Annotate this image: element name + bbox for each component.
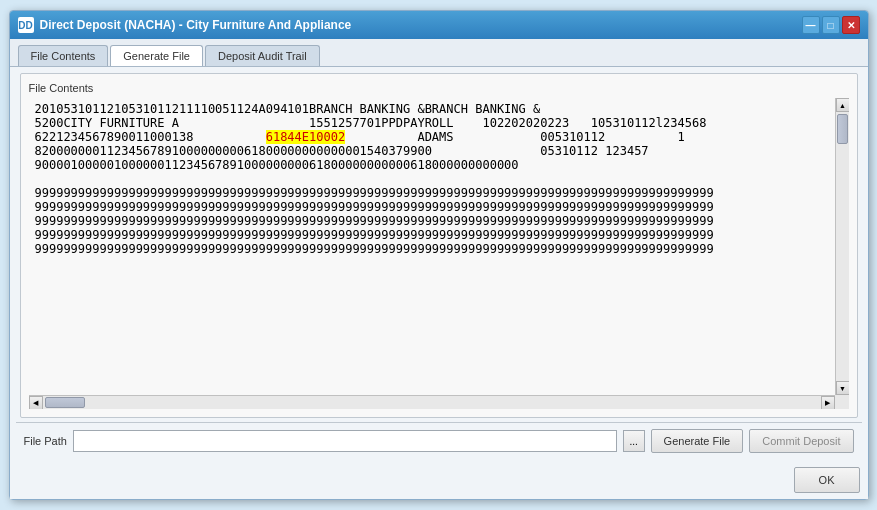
highlighted-value: 61844E10002: [266, 130, 345, 144]
close-button[interactable]: ✕: [842, 16, 860, 34]
maximize-button[interactable]: □: [822, 16, 840, 34]
ok-button[interactable]: OK: [794, 467, 860, 493]
generate-file-button[interactable]: Generate File: [651, 429, 744, 453]
content-area: File Contents 20105310112105310112111100…: [10, 67, 868, 461]
window-title: Direct Deposit (NACHA) - City Furniture …: [40, 18, 352, 32]
tab-generate-file[interactable]: Generate File: [110, 45, 203, 66]
browse-button[interactable]: ...: [623, 430, 645, 452]
footer-bar: OK: [10, 461, 868, 499]
tab-file-contents[interactable]: File Contents: [18, 45, 109, 66]
scroll-thumb-h[interactable]: [45, 397, 85, 408]
minimize-button[interactable]: —: [802, 16, 820, 34]
scroll-down-button[interactable]: ▼: [836, 381, 849, 395]
file-path-label: File Path: [24, 435, 67, 447]
commit-deposit-button[interactable]: Commit Deposit: [749, 429, 853, 453]
file-content-wrapper: 2010531011210531011211110051124A094101BR…: [29, 98, 849, 409]
tabs-area: File Contents Generate File Deposit Audi…: [10, 39, 868, 67]
scroll-left-button[interactable]: ◀: [29, 396, 43, 409]
tab-deposit-audit-trail[interactable]: Deposit Audit Trail: [205, 45, 320, 66]
title-controls: — □ ✕: [802, 16, 860, 34]
scrollbar-corner: [835, 395, 849, 409]
main-window: DD Direct Deposit (NACHA) - City Furnitu…: [9, 10, 869, 500]
title-bar: DD Direct Deposit (NACHA) - City Furnitu…: [10, 11, 868, 39]
scroll-up-button[interactable]: ▲: [836, 98, 849, 112]
app-icon: DD: [18, 17, 34, 33]
title-bar-left: DD Direct Deposit (NACHA) - City Furnitu…: [18, 17, 352, 33]
vertical-scrollbar[interactable]: ▲ ▼: [835, 98, 849, 395]
bottom-bar: File Path ... Generate File Commit Depos…: [16, 422, 862, 459]
scroll-right-button[interactable]: ▶: [821, 396, 835, 409]
scroll-track-v: [836, 112, 849, 381]
section-label: File Contents: [29, 82, 849, 94]
content-panel: File Contents 20105310112105310112111100…: [20, 73, 858, 418]
horizontal-scrollbar[interactable]: ◀ ▶: [29, 395, 835, 409]
file-content-box[interactable]: 2010531011210531011211110051124A094101BR…: [29, 98, 835, 395]
scroll-track-h: [43, 396, 821, 409]
file-path-input[interactable]: [73, 430, 617, 452]
file-content-text: 2010531011210531011211110051124A094101BR…: [35, 102, 829, 256]
scroll-thumb-v[interactable]: [837, 114, 848, 144]
